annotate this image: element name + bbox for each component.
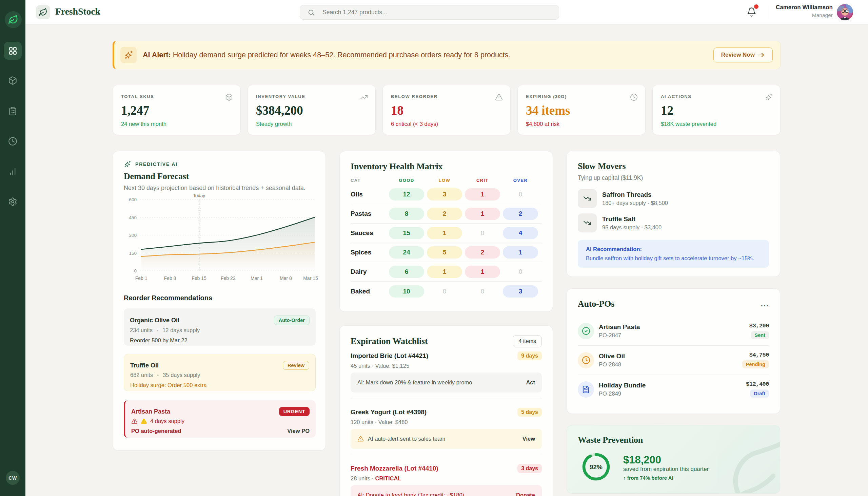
svg-text:0: 0	[134, 268, 136, 274]
svg-text:600: 600	[129, 197, 136, 202]
svg-text:300: 300	[129, 233, 136, 238]
svg-text:Mar 1: Mar 1	[251, 276, 263, 281]
svg-text:92%: 92%	[590, 463, 602, 470]
svg-text:Mar 8: Mar 8	[280, 276, 292, 281]
svg-text:Feb 22: Feb 22	[221, 276, 236, 281]
svg-text:150: 150	[129, 251, 136, 256]
svg-text:Feb 15: Feb 15	[192, 276, 207, 281]
svg-text:Feb 8: Feb 8	[164, 276, 176, 281]
svg-text:Mar 15: Mar 15	[303, 276, 318, 281]
svg-text:Today: Today	[193, 193, 205, 198]
svg-text:Feb 1: Feb 1	[135, 276, 147, 281]
svg-text:450: 450	[129, 215, 136, 220]
